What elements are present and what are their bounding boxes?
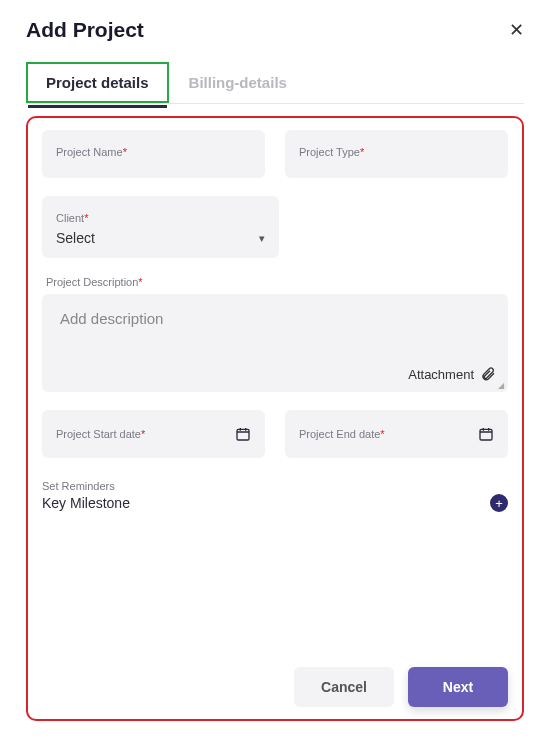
start-date-label: Project Start date* [56,428,145,440]
svg-rect-1 [480,429,492,440]
end-date-label: Project End date* [299,428,385,440]
project-type-field[interactable]: Project Type* [285,130,508,178]
paperclip-icon [480,366,496,382]
reminders-label: Set Reminders [42,480,508,492]
row-client: Client* Select ▾ [42,196,508,258]
footer-buttons: Cancel Next [42,661,508,707]
row-name-type: Project Name* Project Type* [42,130,508,178]
chevron-down-icon: ▾ [259,232,265,245]
attachment-label: Attachment [408,367,474,382]
tab-bar: Project details Billing-details [26,62,524,104]
client-label: Client* [56,212,88,224]
flex-spacer [42,512,508,661]
description-field[interactable]: Add description Attachment ◢ [42,294,508,392]
row-dates: Project Start date* Project End date* [42,410,508,458]
cancel-button[interactable]: Cancel [294,667,394,707]
attachment-button[interactable]: Attachment [408,366,496,382]
plus-icon: + [495,496,503,511]
modal-title: Add Project [26,18,144,42]
end-date-field[interactable]: Project End date* [285,410,508,458]
form-panel: Project Name* Project Type* Client* Sele… [26,116,524,721]
calendar-icon [478,426,494,442]
calendar-icon [235,426,251,442]
next-button[interactable]: Next [408,667,508,707]
client-select-value: Select [56,230,95,246]
milestone-row: Key Milestone + [42,494,508,512]
modal-header: Add Project ✕ [26,18,524,42]
project-name-label: Project Name* [56,146,127,158]
resize-handle-icon: ◢ [498,381,504,390]
project-type-label: Project Type* [299,146,364,158]
milestone-text: Key Milestone [42,495,130,511]
tab-project-details[interactable]: Project details [26,62,169,103]
description-label: Project Description* [42,276,508,294]
client-field[interactable]: Client* Select ▾ [42,196,279,258]
project-name-field[interactable]: Project Name* [42,130,265,178]
add-milestone-button[interactable]: + [490,494,508,512]
close-button[interactable]: ✕ [509,19,524,41]
client-select[interactable]: Select ▾ [56,230,265,246]
description-section: Project Description* Add description Att… [42,276,508,410]
start-date-field[interactable]: Project Start date* [42,410,265,458]
svg-rect-0 [237,429,249,440]
empty-spacer [299,196,508,258]
add-project-modal: Add Project ✕ Project details Billing-de… [0,0,550,741]
description-placeholder: Add description [60,310,163,327]
tab-billing-details[interactable]: Billing-details [169,62,307,103]
